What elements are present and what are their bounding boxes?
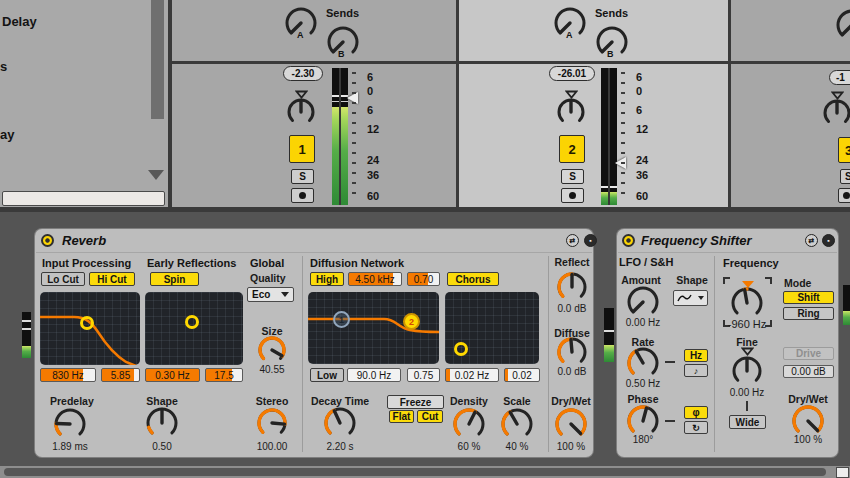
- fine-knob[interactable]: [730, 354, 764, 388]
- diffuse-level-knob[interactable]: [555, 335, 589, 369]
- track3-send-a-knob[interactable]: [834, 7, 850, 43]
- density-value[interactable]: 60 %: [449, 441, 489, 452]
- hot-swap-icon[interactable]: ⇄: [566, 234, 579, 247]
- mode-shift-button[interactable]: Shift: [783, 291, 834, 304]
- dry-wet-knob[interactable]: [553, 406, 589, 442]
- device-view-horizontal-scrollbar[interactable]: [4, 468, 826, 476]
- scale-value[interactable]: 40 %: [497, 441, 537, 452]
- track1-volume-value[interactable]: -2.30: [283, 66, 323, 81]
- fine-value[interactable]: 0.00 Hz: [727, 387, 767, 398]
- input-freq-value[interactable]: 830 Hz: [40, 368, 96, 382]
- lfo-amount-knob[interactable]: [625, 284, 661, 320]
- device-activator-toggle[interactable]: [622, 234, 635, 247]
- browser-item[interactable]: ay: [0, 127, 14, 142]
- browser-scroll-down-icon[interactable]: [148, 170, 164, 180]
- phase-phi-button[interactable]: φ: [684, 406, 708, 419]
- dry-wet-value[interactable]: 100 %: [551, 441, 591, 452]
- reflect-level-knob[interactable]: [555, 270, 589, 304]
- send-b-label: B: [607, 49, 614, 59]
- device-activator-toggle[interactable]: [41, 234, 54, 247]
- browser-item[interactable]: s: [0, 59, 7, 74]
- track2-volume-value[interactable]: -26.01: [549, 66, 595, 81]
- filter-handle-icon[interactable]: [80, 316, 94, 330]
- spin-amount-value[interactable]: 17.5: [205, 368, 243, 382]
- shape-value[interactable]: 0.50: [142, 441, 182, 452]
- freeze-button[interactable]: Freeze: [387, 395, 444, 409]
- wide-button[interactable]: Wide: [729, 415, 766, 429]
- browser-vertical-scrollbar[interactable]: [151, 0, 164, 119]
- track3-solo-button[interactable]: S: [840, 169, 850, 184]
- input-gain-value[interactable]: 5.85: [101, 368, 140, 382]
- scale-knob[interactable]: [499, 406, 535, 442]
- fs-dry-wet-value[interactable]: 100 %: [788, 434, 828, 445]
- track3-volume-value[interactable]: -1: [829, 70, 850, 85]
- stereo-value[interactable]: 100.00: [252, 441, 292, 452]
- drive-value[interactable]: 0.00 dB: [783, 365, 834, 378]
- chorus-handle-icon[interactable]: [454, 342, 468, 356]
- track3-number-button[interactable]: 3: [838, 137, 850, 163]
- chorus-rate-value[interactable]: 0.02 Hz: [445, 368, 499, 382]
- track1-pan-knob[interactable]: [285, 96, 317, 128]
- high-freq-value[interactable]: 4.50 kHz: [348, 272, 402, 286]
- browser-item[interactable]: Delay: [2, 14, 37, 29]
- hi-cut-button[interactable]: Hi Cut: [89, 272, 135, 286]
- low-shelf-button[interactable]: Low: [310, 368, 344, 382]
- device-title[interactable]: Reverb: [62, 233, 106, 248]
- predelay-knob[interactable]: [52, 406, 88, 442]
- track3-arm-button[interactable]: [838, 188, 850, 203]
- cut-button[interactable]: Cut: [417, 410, 443, 423]
- decay-time-value[interactable]: 2.20 s: [320, 441, 360, 452]
- lfo-amount-value[interactable]: 0.00 Hz: [623, 317, 663, 328]
- track1-arm-button[interactable]: [291, 188, 314, 203]
- track2-arm-button[interactable]: [561, 188, 584, 203]
- chorus-button[interactable]: Chorus: [447, 272, 499, 286]
- stereo-knob[interactable]: [255, 406, 289, 440]
- reflect-value[interactable]: 0.0 dB: [550, 303, 594, 314]
- shape-knob[interactable]: [144, 405, 180, 441]
- size-knob[interactable]: [256, 334, 288, 366]
- diffuse-value[interactable]: 0.0 dB: [550, 366, 594, 377]
- device-title[interactable]: Frequency Shifter: [641, 233, 752, 248]
- lfo-rate-knob[interactable]: [625, 345, 661, 381]
- drive-button[interactable]: Drive: [783, 347, 834, 360]
- quality-dropdown[interactable]: Eco: [247, 287, 294, 302]
- high-shelf-button[interactable]: High: [310, 272, 344, 286]
- track2-number-button[interactable]: 2: [559, 135, 585, 163]
- frequency-value[interactable]: -960 Hz: [727, 318, 767, 330]
- phase-spin-button[interactable]: ↻: [684, 421, 708, 434]
- track2-solo-button[interactable]: S: [561, 169, 584, 184]
- scrollbar-corner-box[interactable]: [836, 467, 849, 478]
- predelay-value[interactable]: 1.89 ms: [50, 441, 90, 452]
- rate-sync-mode-button[interactable]: ♪: [684, 364, 708, 377]
- rate-hz-mode-button[interactable]: Hz: [684, 349, 708, 362]
- save-preset-icon[interactable]: ▪: [822, 234, 835, 247]
- save-preset-icon[interactable]: ▪: [584, 234, 597, 247]
- browser-horizontal-scrollbar[interactable]: [2, 191, 165, 206]
- send-b-label: B: [338, 49, 345, 59]
- flat-button[interactable]: Flat: [389, 410, 414, 423]
- spin-handle-icon[interactable]: [185, 315, 199, 329]
- high-gain-value[interactable]: 0.70: [407, 272, 440, 286]
- decay-time-knob[interactable]: [322, 405, 358, 441]
- lfo-shape-dropdown[interactable]: [673, 290, 708, 306]
- low-freq-value[interactable]: 90.0 Hz: [347, 368, 401, 382]
- track2-pan-knob[interactable]: [555, 96, 587, 128]
- track3-pan-knob[interactable]: [821, 97, 850, 129]
- lfo-shape-label: Shape: [675, 274, 709, 286]
- diffusion-handle-1[interactable]: 1: [333, 311, 350, 328]
- diffusion-handle-2[interactable]: 2: [403, 313, 420, 330]
- size-value[interactable]: 40.55: [252, 364, 292, 375]
- lfo-phase-value[interactable]: 180°: [623, 434, 663, 445]
- track1-number-button[interactable]: 1: [289, 135, 315, 163]
- chorus-amount-value[interactable]: 0.02: [504, 368, 540, 382]
- lfo-rate-value[interactable]: 0.50 Hz: [623, 378, 663, 389]
- lo-cut-button[interactable]: Lo Cut: [41, 272, 85, 286]
- density-knob[interactable]: [451, 406, 487, 442]
- frequency-knob[interactable]: [729, 285, 765, 321]
- low-gain-value[interactable]: 0.75: [407, 368, 440, 382]
- mode-ring-button[interactable]: Ring: [783, 307, 834, 320]
- hot-swap-icon[interactable]: ⇄: [805, 234, 818, 247]
- spin-rate-value[interactable]: 0.30 Hz: [145, 368, 200, 382]
- track1-solo-button[interactable]: S: [291, 169, 314, 184]
- spin-button[interactable]: Spin: [150, 272, 199, 286]
